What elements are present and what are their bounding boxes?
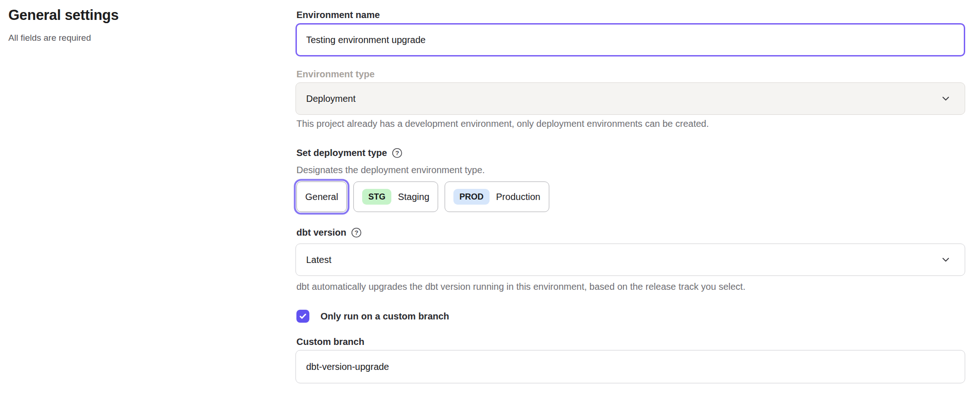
deployment-type-staging-button[interactable]: STG Staging <box>353 181 438 212</box>
chevron-down-icon <box>941 255 951 265</box>
dbt-version-select[interactable]: Latest <box>295 244 965 276</box>
environment-type-label: Environment type <box>296 68 375 81</box>
dbt-version-label-row: dbt version ? <box>296 226 362 239</box>
dbt-version-helper: dbt automatically upgrades the dbt versi… <box>296 281 965 293</box>
chevron-down-icon <box>941 94 951 104</box>
custom-branch-checkbox-row: Only run on a custom branch <box>296 309 449 323</box>
custom-branch-checkbox-label: Only run on a custom branch <box>320 311 449 322</box>
deployment-type-general-label: General <box>305 192 338 202</box>
deployment-type-staging-label: Staging <box>398 192 429 202</box>
page-title: General settings <box>8 6 268 25</box>
deployment-type-helper: Designates the deployment environment ty… <box>296 164 965 176</box>
environment-name-input[interactable] <box>295 23 965 56</box>
custom-branch-label: Custom branch <box>296 335 364 348</box>
dbt-version-label: dbt version <box>296 226 346 239</box>
checkmark-icon <box>299 312 307 320</box>
help-icon[interactable]: ? <box>392 148 402 158</box>
svg-text:?: ? <box>395 150 399 156</box>
environment-type-value: Deployment <box>306 94 356 104</box>
deployment-type-production-button[interactable]: PROD Production <box>445 181 549 212</box>
dbt-version-value: Latest <box>306 255 331 265</box>
production-badge: PROD <box>453 189 490 205</box>
deployment-type-production-label: Production <box>496 192 540 202</box>
page-subtitle: All fields are required <box>8 32 268 44</box>
environment-form: Environment name Environment type Deploy… <box>295 0 965 400</box>
svg-text:?: ? <box>354 229 358 236</box>
custom-branch-checkbox[interactable] <box>296 310 309 323</box>
settings-header: General settings All fields are required <box>8 6 268 44</box>
deployment-type-label: Set deployment type <box>296 146 387 159</box>
deployment-type-label-row: Set deployment type ? <box>296 146 402 159</box>
environment-type-select[interactable]: Deployment <box>295 82 965 115</box>
staging-badge: STG <box>362 189 391 205</box>
deployment-type-options: General STG Staging PROD Production <box>296 181 549 212</box>
environment-name-label: Environment name <box>296 8 380 21</box>
environment-type-helper: This project already has a development e… <box>296 118 965 130</box>
environment-settings-page: General settings All fields are required… <box>0 0 980 400</box>
custom-branch-input[interactable] <box>295 350 965 383</box>
deployment-type-general-button[interactable]: General <box>296 181 347 212</box>
help-icon[interactable]: ? <box>351 227 362 238</box>
